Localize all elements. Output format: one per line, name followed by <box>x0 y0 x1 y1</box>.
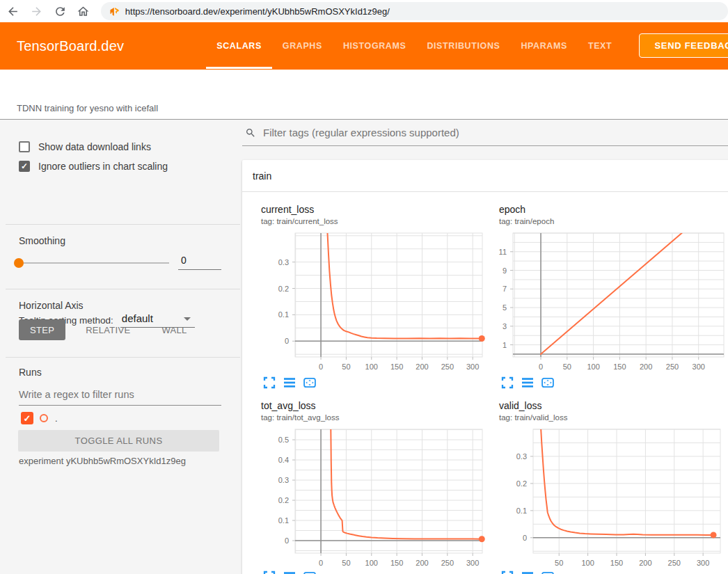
chart-current-loss-plot[interactable]: 00.10.20.3050100150200250300 <box>242 230 487 372</box>
svg-text:100: 100 <box>587 362 599 371</box>
svg-text:300: 300 <box>697 559 709 567</box>
svg-text:50: 50 <box>555 559 563 567</box>
chart-title: epoch <box>499 204 525 215</box>
tensorboard-dev-page: { "browser": { "url": "https://tensorboa… <box>0 0 728 574</box>
chart-card-tot-avg-loss: tot_avg_loss tag: train/tot_avg_loss 00.… <box>242 397 487 574</box>
svg-text:200: 200 <box>416 362 428 371</box>
train-section-header[interactable]: train <box>242 160 728 192</box>
svg-text:1: 1 <box>503 341 507 349</box>
axis-relative-button[interactable]: RELATIVE <box>74 319 141 340</box>
svg-text:0.2: 0.2 <box>278 496 289 504</box>
address-bar[interactable]: https://tensorboard.dev/experiment/yKUbh… <box>101 2 728 20</box>
horizontal-axis-buttons: STEP RELATIVE WALL <box>19 319 207 340</box>
app-header: TensorBoard.dev SCALARS GRAPHS HISTOGRAM… <box>0 22 728 70</box>
tab-scalars[interactable]: SCALARS <box>206 22 272 70</box>
chart-title: valid_loss <box>499 400 541 411</box>
svg-text:0.2: 0.2 <box>278 285 289 293</box>
sidebar-divider <box>6 224 240 225</box>
chart-actions <box>501 571 562 574</box>
chart-card-current-loss: current_loss tag: train/current_loss 00.… <box>242 200 487 397</box>
data-table-icon[interactable] <box>283 376 299 389</box>
fit-domain-icon[interactable] <box>541 376 557 389</box>
experiment-id-caption: experiment yKUbhb5wRmOSXYkId1z9eg <box>19 456 186 466</box>
smoothing-slider[interactable] <box>19 262 169 264</box>
show-download-links-checkbox[interactable] <box>19 141 30 152</box>
axis-step-button[interactable]: STEP <box>19 319 65 340</box>
svg-text:100: 100 <box>365 362 378 371</box>
show-download-links-label: Show data download links <box>38 141 151 152</box>
svg-text:0: 0 <box>319 559 323 567</box>
tab-distributions[interactable]: DISTRIBUTIONS <box>416 22 510 70</box>
forward-icon[interactable] <box>26 2 47 20</box>
svg-text:0: 0 <box>285 337 289 345</box>
fit-domain-icon[interactable] <box>303 571 319 574</box>
svg-text:0.1: 0.1 <box>516 507 527 515</box>
smoothing-value-field[interactable]: 0 <box>178 255 221 270</box>
run-list-item[interactable]: ✓ . <box>21 412 58 424</box>
ignore-outliers-checkbox-row[interactable]: ✓ Ignore outliers in chart scaling <box>19 161 168 172</box>
chart-valid-loss-plot[interactable]: 00.10.20.350100150200250300 <box>480 424 728 567</box>
chart-epoch-plot[interactable]: 1357911050100150200250300 <box>480 230 728 372</box>
svg-text:100: 100 <box>581 559 594 567</box>
chart-actions <box>501 376 562 389</box>
chart-title: tot_avg_loss <box>261 400 316 411</box>
expand-chart-icon[interactable] <box>263 571 278 574</box>
sidebar-divider <box>6 357 240 358</box>
svg-text:5: 5 <box>503 303 507 312</box>
svg-text:200: 200 <box>639 559 651 567</box>
chart-actions <box>263 376 324 389</box>
svg-text:50: 50 <box>563 362 571 371</box>
chart-tag: tag: train/current_loss <box>261 217 338 225</box>
svg-text:200: 200 <box>640 362 652 371</box>
svg-text:100: 100 <box>365 559 378 567</box>
run-checkbox[interactable]: ✓ <box>21 412 33 424</box>
smoothing-label: Smoothing <box>19 235 65 246</box>
expand-chart-icon[interactable] <box>501 571 516 574</box>
sidebar-divider <box>6 289 240 289</box>
fit-domain-icon[interactable] <box>541 571 557 574</box>
home-icon[interactable] <box>73 2 94 20</box>
toggle-all-runs-button[interactable]: TOGGLE ALL RUNS <box>18 430 219 452</box>
chart-card-valid-loss: valid_loss tag: train/valid_loss 00.10.2… <box>480 397 728 574</box>
tab-text[interactable]: TEXT <box>578 22 622 70</box>
ignore-outliers-checkbox[interactable]: ✓ <box>19 161 30 172</box>
data-table-icon[interactable] <box>521 376 537 389</box>
send-feedback-button[interactable]: SEND FEEDBACK <box>639 33 728 58</box>
data-table-icon[interactable] <box>283 571 299 574</box>
fit-domain-icon[interactable] <box>303 376 319 389</box>
reload-icon[interactable] <box>49 2 70 20</box>
data-table-icon[interactable] <box>521 571 537 574</box>
svg-text:250: 250 <box>441 362 454 371</box>
horizontal-axis-label: Horizontal Axis <box>19 300 84 311</box>
nav-tabs: SCALARS GRAPHS HISTOGRAMS DISTRIBUTIONS … <box>206 22 622 70</box>
svg-text:0: 0 <box>319 362 323 371</box>
tab-histograms[interactable]: HISTOGRAMS <box>333 22 417 70</box>
svg-text:150: 150 <box>390 362 403 371</box>
expand-chart-icon[interactable] <box>501 376 516 389</box>
svg-text:7: 7 <box>503 285 507 293</box>
svg-text:3: 3 <box>503 322 507 330</box>
svg-text:250: 250 <box>668 559 681 567</box>
show-download-links-checkbox-row[interactable]: Show data download links <box>19 141 151 152</box>
ignore-outliers-label: Ignore outliers in chart scaling <box>38 161 168 172</box>
tensorboard-favicon <box>109 6 120 17</box>
svg-text:300: 300 <box>693 362 705 371</box>
svg-text:0.4: 0.4 <box>278 456 289 464</box>
filter-tags-input[interactable]: Filter tags (regular expressions support… <box>242 120 728 146</box>
tab-hparams[interactable]: HPARAMS <box>510 22 577 70</box>
runs-filter-input[interactable]: Write a regex to filter runs <box>19 389 221 406</box>
back-icon[interactable] <box>3 2 24 20</box>
svg-text:0: 0 <box>539 362 543 371</box>
chart-actions <box>263 571 324 574</box>
search-icon <box>245 127 256 138</box>
brand-logo[interactable]: TensorBoard.dev <box>17 38 124 54</box>
chart-card-epoch: epoch tag: train/epoch 13579110501001502… <box>480 200 728 397</box>
chart-tot-avg-loss-plot[interactable]: 00.10.20.30.40.5050100150200250300 <box>242 424 487 567</box>
tab-graphs[interactable]: GRAPHS <box>272 22 333 70</box>
svg-text:0: 0 <box>285 536 289 545</box>
axis-wall-button[interactable]: WALL <box>150 319 198 340</box>
smoothing-slider-thumb[interactable] <box>14 258 24 268</box>
svg-text:0.1: 0.1 <box>278 516 289 525</box>
expand-chart-icon[interactable] <box>263 376 278 389</box>
svg-text:200: 200 <box>416 559 428 567</box>
